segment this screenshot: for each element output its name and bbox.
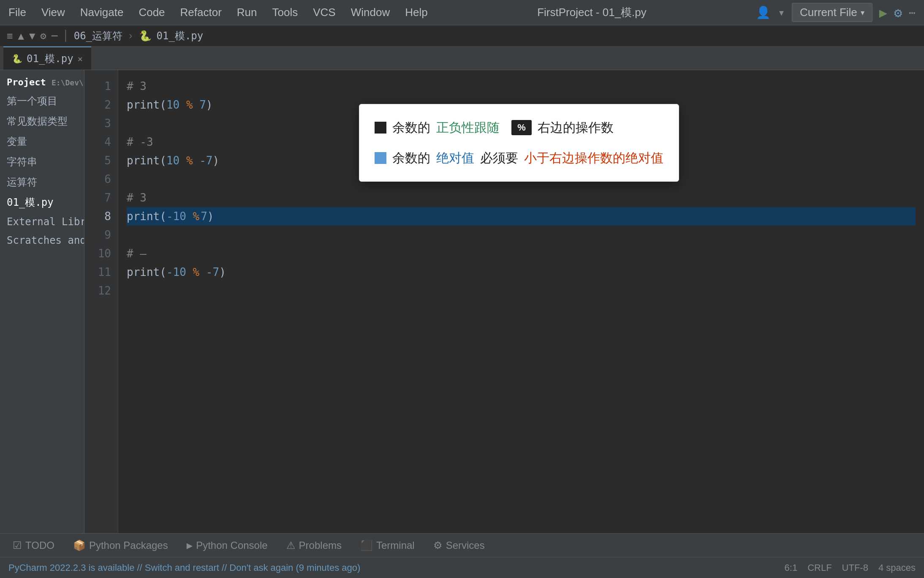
status-update-text[interactable]: PyCharm 2022.2.3 is available // Switch … [8,562,360,573]
problems-label: Problems [299,540,342,551]
menu-refactor[interactable]: Refactor [180,6,222,19]
sidebar-item-common-types[interactable]: 常见数据类型 [0,111,84,131]
tab-01-mo[interactable]: 🐍 01_模.py ✕ [3,46,91,70]
bottom-tab-python-console[interactable]: ▶ Python Console [178,536,276,555]
num-7-2: 7 [199,95,206,114]
space-11a [186,263,193,281]
menu-window[interactable]: Window [351,6,390,19]
line-num-2: 2 [84,95,111,114]
python-console-icon: ▶ [187,540,193,551]
num-neg10-8: -10 [166,207,186,226]
sidebar-item-variables[interactable]: 变量 [0,131,84,152]
menu-tools[interactable]: Tools [272,6,298,19]
code-line-9 [127,226,916,244]
menu-file[interactable]: File [8,6,26,19]
kw-print-11: print( [127,263,166,281]
tooltip-line1: 余数的正负性跟随 % 右边的操作数 [375,116,663,139]
blue-square-icon [375,152,386,164]
main-content: Project E:\Dev\Projec 第一个项目 常见数据类型 变量 字符… [0,70,924,533]
menu-code[interactable]: Code [139,6,165,19]
minimize-icon[interactable]: ─ [52,30,57,42]
space-5b [193,151,200,170]
close-5: ) [213,151,220,170]
services-icon: ⚙ [433,540,443,551]
bottom-tab-services[interactable]: ⚙ Services [425,536,493,555]
menu-bar: File View Navigate Code Refactor Run Too… [8,6,428,19]
close-8: ) [207,207,214,226]
settings-icon[interactable]: ⚙ [40,30,46,42]
toolbar-btn-down[interactable]: ▼ [29,30,35,42]
num-7-8: 7 [201,207,207,226]
menu-view[interactable]: View [41,6,65,19]
tab-file-icon: 🐍 [12,54,22,64]
line-num-5: 5 [84,151,111,170]
num-10-5: 10 [166,151,179,170]
problems-icon: ⚠ [286,540,296,551]
status-encoding[interactable]: UTF-8 [842,562,868,573]
kw-print-8: print( [127,207,166,226]
sidebar-libraries-label: External Libraries [7,216,84,228]
sidebar: Project E:\Dev\Projec 第一个项目 常见数据类型 变量 字符… [0,70,84,533]
code-line-11: print(-10 % -7) [127,263,916,281]
bottom-tab-todo[interactable]: ☑ TODO [4,536,63,555]
breadcrumb-folder[interactable]: 06_运算符 [74,29,122,43]
bottom-tab-terminal[interactable]: ⬛ Terminal [352,536,423,555]
tooltip-text-red: 小于右边操作数的绝对值 [524,147,663,169]
num-neg7-5: -7 [199,151,212,170]
services-label: Services [446,540,485,551]
comment-7: # 3 [127,188,147,207]
menu-navigate[interactable]: Navigate [80,6,124,19]
current-file-button[interactable]: Current File ▾ [792,3,872,22]
breadcrumb: ≡ ▲ ▼ ⚙ ─ │ 06_运算符 › 🐍 01_模.py [0,25,924,46]
user-icon[interactable]: 👤 ▾ [756,5,785,19]
op-mod-8: % [193,207,200,226]
sidebar-label-0: 第一个项目 [7,95,57,107]
kw-print-5: print( [127,151,166,170]
sidebar-item-scratches[interactable]: Scratches and Consoles [0,231,84,250]
menu-vcs[interactable]: VCS [313,6,335,19]
python-packages-label: Python Packages [89,540,168,551]
sidebar-item-first-project[interactable]: 第一个项目 [0,91,84,111]
debug-button[interactable]: ⚙ [894,5,902,21]
toolbar-btn-list[interactable]: ≡ [7,30,13,42]
sidebar-item-strings[interactable]: 字符串 [0,152,84,172]
code-line-10: # – [127,244,916,263]
line-num-9: 9 [84,226,111,244]
code-line-7: # 3 [127,188,916,207]
line-numbers: 1 2 3 4 5 6 7 8 9 10 11 12 [84,70,118,533]
num-neg7-11: -7 [206,263,219,281]
comment-4: # -3 [127,133,153,151]
run-button[interactable]: ▶ [879,5,887,21]
more-button[interactable]: ⋯ [909,6,916,19]
tooltip-text-2b: 必须要 [480,147,518,169]
terminal-label: Terminal [376,540,415,551]
status-indent[interactable]: 4 spaces [878,562,916,573]
sidebar-item-operators[interactable]: 运算符 [0,172,84,192]
line-num-7: 7 [84,188,111,207]
bottom-tab-problems[interactable]: ⚠ Problems [278,536,350,555]
sidebar-label-1: 常见数据类型 [7,115,68,127]
line-num-1: 1 [84,77,111,95]
bottom-tabs-bar: ☑ TODO 📦 Python Packages ▶ Python Consol… [0,533,924,557]
space-2a [179,95,186,114]
tooltip-line2: 余数的绝对值必须要小于右边操作数的绝对值 [375,147,663,169]
breadcrumb-file[interactable]: 01_模.py [157,29,204,43]
sidebar-project[interactable]: Project E:\Dev\Projec [0,74,84,91]
sidebar-item-external-libraries[interactable]: External Libraries [0,213,84,231]
bottom-tab-python-packages[interactable]: 📦 Python Packages [65,536,177,555]
op-mod-2: % [186,95,193,114]
chevron-down-icon: ▾ [861,8,864,17]
line-num-6: 6 [84,170,111,188]
sidebar-item-01-mo[interactable]: 01_模.py [0,192,84,213]
close-11: ) [219,263,226,281]
line-num-4: 4 [84,133,111,151]
tab-close-icon[interactable]: ✕ [78,54,83,64]
menu-run[interactable]: Run [237,6,257,19]
toolbar-btn-up[interactable]: ▲ [18,30,24,42]
code-line-8: print(-10 %7) [127,207,916,226]
status-line-ending[interactable]: CRLF [807,562,832,573]
terminal-icon: ⬛ [360,540,373,551]
menu-help[interactable]: Help [405,6,427,19]
status-right: 6:1 CRLF UTF-8 4 spaces [785,562,916,573]
editor-area[interactable]: 1 2 3 4 5 6 7 8 9 10 11 12 # 3 [84,70,924,533]
